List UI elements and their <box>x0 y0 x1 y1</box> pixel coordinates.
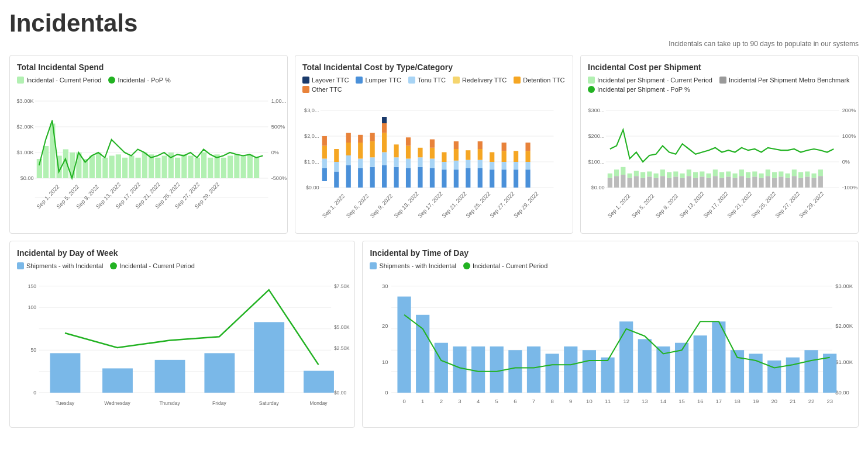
svg-rect-124 <box>514 162 518 169</box>
svg-rect-278 <box>620 321 633 393</box>
svg-rect-188 <box>634 171 639 176</box>
svg-rect-104 <box>442 152 446 162</box>
svg-rect-176 <box>772 178 777 188</box>
svg-text:$0.00: $0.00 <box>591 184 605 190</box>
svg-rect-282 <box>694 335 707 393</box>
svg-rect-108 <box>454 141 459 149</box>
svg-text:$5.00K: $5.00K <box>334 324 350 330</box>
svg-rect-112 <box>478 168 483 188</box>
svg-rect-165 <box>700 176 704 188</box>
chart-svg-type: $3,0... $2,0... $1,0... $0.00 <box>302 98 566 226</box>
svg-rect-105 <box>454 169 459 188</box>
svg-rect-186 <box>621 167 625 175</box>
svg-rect-26 <box>122 158 128 178</box>
svg-text:$0.00: $0.00 <box>20 175 34 181</box>
svg-rect-160 <box>667 178 671 188</box>
svg-rect-84 <box>382 152 387 165</box>
chart-area-per-shipment: $300... $200... $100... $0.00 200% 100% … <box>588 98 851 226</box>
svg-text:$3.00K: $3.00K <box>16 98 34 104</box>
svg-text:100: 100 <box>28 304 36 310</box>
svg-text:100%: 100% <box>842 133 856 139</box>
svg-rect-207 <box>759 174 764 178</box>
card-cost-by-type: Total Incidental Cost by Type/Category L… <box>295 55 573 234</box>
legend-label-spend-line: Incidental - PoP % <box>118 77 170 84</box>
svg-text:Thursday: Thursday <box>159 400 180 406</box>
svg-rect-197 <box>693 172 698 178</box>
svg-rect-216 <box>818 169 823 176</box>
svg-text:50: 50 <box>31 347 36 353</box>
svg-rect-158 <box>654 178 659 188</box>
svg-text:20: 20 <box>771 398 778 404</box>
svg-rect-289 <box>824 353 837 393</box>
svg-text:$2.50K: $2.50K <box>334 345 350 351</box>
svg-text:12: 12 <box>624 398 630 404</box>
svg-rect-95 <box>418 167 422 188</box>
card-total-spend: Total Incidental Spend Incidental - Curr… <box>9 55 288 234</box>
svg-rect-126 <box>525 169 530 188</box>
svg-rect-244 <box>254 322 284 393</box>
legend-item-spend-line: Incidental - PoP % <box>108 77 170 84</box>
svg-rect-273 <box>527 346 540 393</box>
svg-rect-109 <box>466 168 470 188</box>
svg-text:$300...: $300... <box>588 107 605 113</box>
svg-rect-38 <box>201 152 206 178</box>
svg-rect-85 <box>382 133 387 152</box>
svg-rect-275 <box>564 346 578 393</box>
svg-rect-73 <box>346 143 351 155</box>
svg-text:$7.50K: $7.50K <box>334 283 350 289</box>
svg-rect-159 <box>660 176 665 188</box>
svg-rect-180 <box>798 178 803 188</box>
svg-rect-102 <box>442 169 446 188</box>
svg-rect-46 <box>254 158 259 178</box>
svg-text:3: 3 <box>459 398 461 404</box>
svg-rect-14 <box>43 146 49 178</box>
chart-area-type: $3,0... $2,0... $1,0... $0.00 <box>302 98 566 226</box>
svg-rect-177 <box>779 176 783 188</box>
svg-text:$1.00K: $1.00K <box>836 359 854 365</box>
svg-rect-195 <box>680 174 685 178</box>
svg-rect-121 <box>502 151 507 162</box>
chart-svg-dow: 150 100 50 0 $7.50K $5.00K $2.50K $0.00 <box>17 274 347 420</box>
card-cost-per-shipment: Incidental Cost per Shipment Incidental … <box>580 55 859 234</box>
svg-rect-75 <box>358 168 363 188</box>
svg-rect-82 <box>370 133 375 141</box>
svg-text:$3,0...: $3,0... <box>304 107 319 113</box>
svg-rect-214 <box>805 172 810 177</box>
dashboard: Total Incidental Spend Incidental - Curr… <box>9 55 859 428</box>
svg-text:150: 150 <box>28 283 36 289</box>
svg-text:$2.00K: $2.00K <box>16 123 34 130</box>
svg-rect-71 <box>346 165 351 188</box>
svg-text:Sep 17, 2022: Sep 17, 2022 <box>416 190 443 220</box>
svg-rect-93 <box>406 146 411 159</box>
svg-rect-151 <box>608 178 612 188</box>
page-title: Incidentals <box>9 9 859 37</box>
svg-rect-67 <box>322 136 327 146</box>
svg-rect-24 <box>109 156 115 179</box>
svg-text:Sep 27, 2022: Sep 27, 2022 <box>774 190 801 220</box>
svg-text:Sep 13, 2022: Sep 13, 2022 <box>678 190 705 220</box>
svg-rect-86 <box>382 123 387 133</box>
svg-text:$2,0...: $2,0... <box>304 133 319 139</box>
svg-text:17: 17 <box>716 398 722 404</box>
svg-rect-127 <box>525 162 530 169</box>
svg-text:Sep 29, 2022: Sep 29, 2022 <box>798 190 825 220</box>
svg-rect-167 <box>713 176 718 188</box>
legend-swatch-spend-line <box>108 77 115 84</box>
svg-text:Sep 5, 2022: Sep 5, 2022 <box>345 192 370 219</box>
svg-rect-45 <box>247 154 253 178</box>
svg-text:19: 19 <box>753 398 759 404</box>
svg-rect-28 <box>136 158 141 178</box>
svg-rect-37 <box>195 158 200 178</box>
svg-rect-66 <box>322 146 327 159</box>
svg-rect-210 <box>779 172 783 177</box>
svg-text:Sep 21, 2022: Sep 21, 2022 <box>726 190 753 220</box>
svg-rect-211 <box>786 174 790 178</box>
svg-rect-206 <box>752 172 757 177</box>
svg-text:0: 0 <box>403 398 406 404</box>
svg-text:10: 10 <box>383 359 389 365</box>
svg-rect-125 <box>514 151 518 162</box>
svg-text:$0.00: $0.00 <box>836 389 850 396</box>
svg-rect-119 <box>502 169 507 188</box>
svg-rect-31 <box>155 158 160 178</box>
svg-rect-129 <box>525 143 530 151</box>
